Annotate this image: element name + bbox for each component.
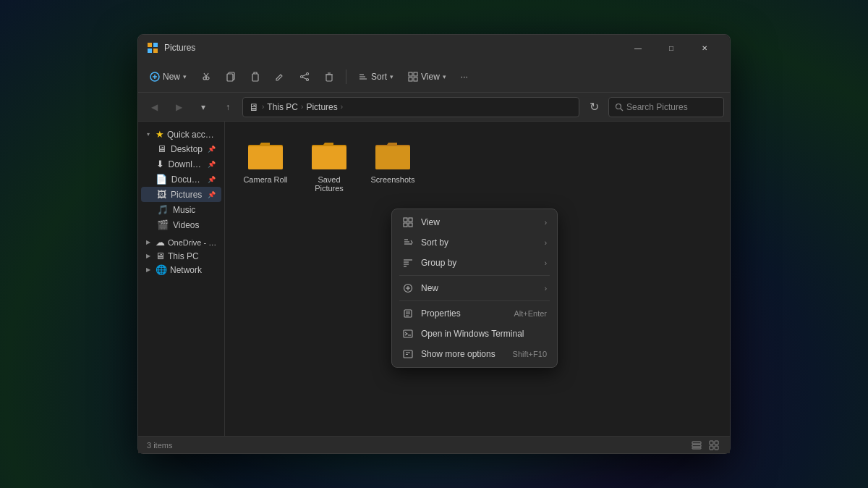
sidebar-item-downloads[interactable]: ⬇ Downloads 📌: [141, 156, 221, 172]
svg-rect-45: [404, 330, 412, 337]
up-button[interactable]: ↑: [218, 97, 238, 117]
svg-point-25: [616, 104, 621, 109]
rename-button[interactable]: [269, 69, 291, 85]
svg-rect-52: [692, 447, 701, 449]
dropdown-button[interactable]: ▾: [193, 97, 213, 117]
search-bar[interactable]: Search Pictures: [608, 97, 724, 117]
star-icon: ★: [156, 129, 164, 140]
sidebar-section-onedrive[interactable]: ▶ ☁ OneDrive - Personal: [141, 235, 221, 249]
folder-saved-pictures[interactable]: Saved Pictures: [300, 133, 358, 198]
close-button[interactable]: ✕: [688, 36, 721, 59]
quickaccess-label: Quick access: [167, 130, 218, 140]
folder-camera-roll[interactable]: Camera Roll: [237, 133, 294, 198]
videos-icon: 🎬: [157, 219, 169, 230]
share-button[interactable]: [294, 69, 315, 85]
main-content: ▾ ★ Quick access 🖥 Desktop 📌 ⬇ Downloads…: [138, 122, 730, 436]
ctx-sortby-label: Sort by: [421, 237, 537, 248]
pictures-label: Pictures: [171, 190, 202, 200]
ctx-groupby[interactable]: Group by ›: [395, 253, 554, 273]
breadcrumb-bar[interactable]: 🖥 › This PC › Pictures ›: [242, 97, 579, 117]
svg-point-11: [307, 78, 309, 80]
window-title: Pictures: [164, 43, 621, 53]
list-view-button[interactable]: [689, 439, 704, 452]
folder-icon-screenshots: [374, 139, 412, 171]
sidebar-section-network[interactable]: ▶ 🌐 Network: [141, 263, 221, 277]
paste-button[interactable]: [244, 69, 266, 85]
ctx-divider-1: [399, 275, 550, 276]
pin-icon-pic: 📌: [208, 191, 216, 198]
svg-rect-23: [409, 77, 412, 81]
maximize-button[interactable]: □: [655, 36, 688, 59]
copy-button[interactable]: [220, 69, 242, 85]
ctx-terminal[interactable]: Open in Windows Terminal: [395, 324, 554, 344]
pin-icon-dl: 📌: [208, 161, 216, 168]
documents-icon: 📄: [156, 174, 167, 185]
sidebar-item-videos[interactable]: 🎬 Videos: [141, 217, 221, 232]
sidebar-item-music[interactable]: 🎵 Music: [141, 202, 221, 217]
sort-button[interactable]: Sort ▾: [352, 69, 399, 85]
svg-rect-1: [153, 43, 158, 47]
onedrive-label: OneDrive - Personal: [168, 238, 218, 247]
svg-rect-51: [692, 445, 701, 447]
search-placeholder: Search Pictures: [626, 102, 688, 112]
svg-rect-9: [252, 74, 258, 81]
breadcrumb-pictures[interactable]: Pictures: [306, 102, 337, 112]
ctx-new-label: New: [421, 283, 537, 293]
breadcrumb-thispc[interactable]: This PC: [267, 102, 298, 112]
ctx-groupby-arrow: ›: [545, 259, 547, 267]
svg-line-14: [302, 77, 306, 78]
ctx-sortby[interactable]: Sort by ›: [395, 232, 554, 253]
group-icon: [402, 257, 414, 269]
cut-button[interactable]: [195, 69, 217, 85]
ctx-properties-label: Properties: [421, 308, 506, 319]
desktop-label: Desktop: [171, 144, 203, 154]
downloads-label: Downloads: [169, 159, 203, 169]
view-button[interactable]: View ▾: [402, 69, 452, 85]
folder-name-camera: Camera Roll: [243, 175, 287, 184]
terminal-icon: [402, 328, 414, 340]
toolbar-separator: [346, 70, 346, 84]
more-options-icon: [402, 348, 414, 360]
ctx-properties[interactable]: Properties Alt+Enter: [395, 303, 554, 324]
ctx-view[interactable]: View ›: [395, 212, 554, 232]
sidebar-section-quickaccess[interactable]: ▾ ★ Quick access: [141, 127, 221, 141]
minimize-button[interactable]: —: [621, 36, 655, 59]
folder-grid: Camera Roll Saved Pictures: [237, 133, 718, 198]
sidebar-item-desktop[interactable]: 🖥 Desktop 📌: [141, 141, 221, 156]
forward-button[interactable]: ▶: [169, 97, 189, 117]
sidebar-item-pictures[interactable]: 🖼 Pictures 📌: [141, 187, 221, 202]
delete-button[interactable]: [318, 69, 340, 85]
back-button[interactable]: ◀: [144, 97, 164, 117]
breadcrumb-home-icon: 🖥: [249, 101, 259, 113]
new-button[interactable]: New ▾: [144, 69, 192, 85]
svg-point-10: [307, 72, 309, 75]
sidebar-section-thispc[interactable]: ▶ 🖥 This PC: [141, 249, 221, 263]
ctx-divider-2: [399, 300, 550, 301]
network-icon: 🌐: [156, 264, 167, 275]
svg-rect-50: [692, 442, 701, 444]
sort-icon: [402, 237, 414, 248]
pin-icon: 📌: [208, 146, 216, 153]
pin-icon-doc: 📌: [208, 176, 216, 183]
ctx-more-options[interactable]: Show more options Shift+F10: [395, 344, 554, 364]
svg-rect-0: [148, 43, 152, 47]
expand-icon-pc: ▶: [144, 252, 153, 261]
window-icon: [147, 42, 158, 54]
window-controls: — □ ✕: [621, 36, 721, 59]
thispc-icon: 🖥: [156, 251, 165, 261]
titlebar: Pictures — □ ✕: [138, 35, 730, 61]
svg-rect-2: [148, 49, 152, 53]
statusbar: 3 items: [138, 436, 730, 453]
folder-screenshots[interactable]: Screenshots: [364, 133, 422, 198]
ctx-sortby-arrow: ›: [545, 239, 547, 247]
view-icon: [402, 216, 414, 228]
downloads-icon: ⬇: [156, 159, 164, 169]
sidebar-item-documents[interactable]: 📄 Documents 📌: [141, 172, 221, 187]
ctx-new[interactable]: New ›: [395, 278, 554, 298]
properties-icon: [402, 308, 414, 319]
svg-rect-55: [710, 446, 713, 450]
more-button[interactable]: ···: [455, 69, 474, 85]
refresh-button[interactable]: ↻: [584, 97, 604, 117]
svg-rect-53: [710, 441, 713, 445]
tile-view-button[interactable]: [707, 439, 721, 452]
